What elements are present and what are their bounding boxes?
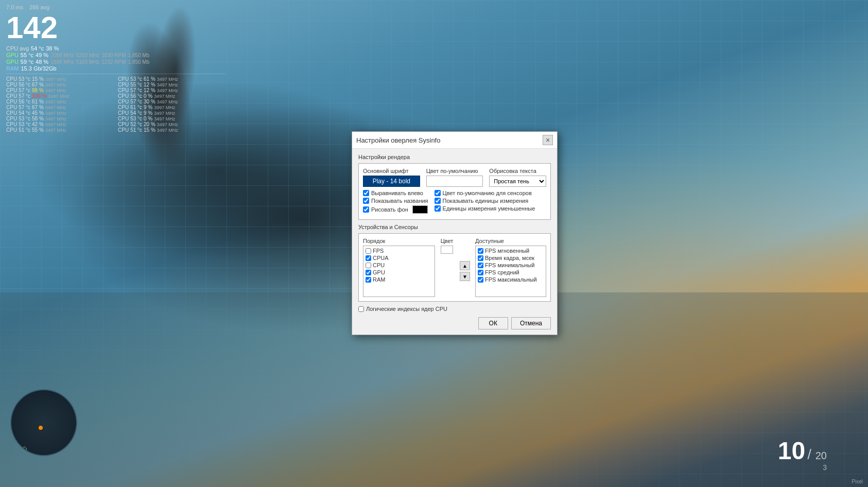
show-names-label: Показывать названия [371,198,428,204]
hud-core-6: CPU57 °c100 %3497 MHz [6,93,114,99]
bg-color-swatch[interactable] [412,205,428,214]
hud-core-15: CPU53 °c0 %3497 MHz [118,116,225,121]
devices-columns: Порядок FPS CPUA CPU [363,238,546,297]
dialog-buttons: ОК Отмена [358,316,551,329]
available-frame-time-checkbox[interactable] [478,255,483,261]
compass-icon: ◆ ◇ [14,444,27,453]
right-checkboxes: Цвет по-умолчанию для сенсоров Показыват… [435,190,535,215]
hud-core-12: CPU54 °c45 %3497 MHz [6,110,114,116]
order-cpu-checkbox[interactable] [366,263,371,268]
align-left-row: Выравнивать влево [363,190,428,196]
font-button[interactable]: Play - 14 bold [363,176,420,187]
hud-core-0: CPU53 °c15 %3497 MHz [6,76,114,82]
default-color-label: Цвет по-умолчанию [426,168,483,174]
ammo-current: 10 [778,439,805,463]
ammo-total: 20 [815,450,827,461]
draw-bg-label: Рисовать фон [371,206,408,213]
order-gpu-checkbox[interactable] [366,270,371,275]
order-item-cpua: CPUA [364,254,433,262]
arrow-down-button[interactable]: ▼ [460,272,470,281]
hud-overlay: 7.0 ms 266 avg 142 CPU avg 54 °c 38 % GP… [0,0,232,137]
order-section: Порядок FPS CPUA CPU [363,238,435,297]
order-item-cpu: CPU [364,262,433,269]
hud-gpu2-pct: 48 % [36,59,48,65]
order-cpua-label: CPUA [373,255,389,261]
hud-core-7: CPU56 °c0 %3497 MHz [118,93,225,99]
ok-button[interactable]: ОК [478,317,508,329]
available-fps-max-checkbox[interactable] [478,277,483,283]
cancel-button[interactable]: Отмена [511,317,551,329]
hud-core-4: CPU57 °c88 %3497 MHz [6,88,114,93]
order-gpu-label: GPU [373,269,385,275]
devices-section-box: Порядок FPS CPUA CPU [358,233,551,302]
hud-core-16: CPU53 °c42 %3497 MHz [6,121,114,127]
settings-dialog[interactable]: Настройки оверлея Sysinfo × Настройки ре… [352,131,558,335]
available-item-frame-time: Время кадра, мсек [477,254,545,262]
available-fps-avg-label: FPS средний [485,269,519,275]
order-cpu-label: CPU [373,262,385,268]
default-color-sensors-label: Цвет по-умолчанию для сенсоров [443,190,532,196]
available-fps-max-label: FPS максимальный [485,276,537,283]
draw-bg-checkbox[interactable] [363,206,369,213]
available-item-fps-instant: FPS мгновенный [477,247,545,254]
hud-gpu1-mhz1: 2088 MHz [50,53,74,58]
order-label: Порядок [363,238,435,244]
hud-gpu1-temp: 55 °c [21,52,33,58]
align-left-checkbox[interactable] [363,190,369,196]
default-color-sensors-checkbox[interactable] [435,190,441,196]
minimap: ◆ ◇ [10,389,77,456]
hud-gpu2-mb: 1,850 Mb [128,59,150,65]
available-fps-avg-checkbox[interactable] [478,270,483,275]
hud-core-10: CPU57 °c67 %3997 MHz [6,105,114,110]
available-item-fps-max: FPS максимальный [477,276,545,283]
logic-indices-label: Логические индексы ядер CPU [366,306,447,312]
hud-separator [6,74,225,74]
order-ram-checkbox[interactable] [366,277,371,283]
draw-bg-row: Рисовать фон [363,205,428,214]
clipping-select[interactable]: Простая тень Нет Контур Тень [489,176,546,187]
hud-gpu2-mhz2: 5103 MHz [76,59,100,65]
default-color-input[interactable] [426,176,483,187]
hud-ram-label: RAM [6,65,19,72]
show-units-row: Показывать единицы измерения [435,198,535,204]
small-units-row: Единицы измерения уменьшенные [435,205,535,212]
render-top-row: Основной шрифт Play - 14 bold Цвет по-ум… [363,168,546,187]
hud-gpu1-label: GPU [6,52,19,58]
available-fps-min-checkbox[interactable] [478,263,483,268]
available-fps-instant-checkbox[interactable] [478,248,483,254]
left-checkboxes: Выравнивать влево Показывать названия Ри… [363,190,428,215]
hud-cores-grid: CPU53 °c15 %3497 MHz CPU53 °c61 %3497 MH… [6,76,225,133]
hud-gpu2-row: GPU 59 °c 48 % 1898 MHz 5103 MHz 1232 RP… [6,59,225,65]
order-item-ram: RAM [364,276,433,283]
order-fps-checkbox[interactable] [366,248,371,254]
hud-core-3: CPU55 °c12 %3497 MHz [118,82,225,88]
available-fps-instant-label: FPS мгновенный [485,248,529,254]
hud-core-18: CPU51 °c55 %3497 MHz [6,127,114,133]
font-label: Основной шрифт [363,168,420,174]
dialog-titlebar: Настройки оверлея Sysinfo × [352,132,557,149]
order-cpua-checkbox[interactable] [366,255,371,261]
logic-indices-checkbox[interactable] [358,306,364,312]
hud-top-stats: 7.0 ms 266 avg [6,4,225,10]
minimap-player-dot [39,426,43,430]
small-units-checkbox[interactable] [435,205,441,212]
hud-gpu1-mb: 1,850 Mb [128,53,150,58]
hud-core-8: CPU56 °c61 %3497 MHz [6,99,114,105]
hud-cpu-pct: 38 % [46,45,59,51]
color-column: Цвет по-умолчанию [426,168,483,187]
align-left-label: Выравнивать влево [371,190,423,196]
show-names-checkbox[interactable] [363,198,369,204]
show-units-checkbox[interactable] [435,198,441,204]
hud-core-13: CPU54 °c9 %3497 MHz [118,110,225,116]
arrow-up-button[interactable]: ▲ [460,261,470,270]
hud-core-2: CPU56 °c67 %3497 MHz [6,82,114,88]
hud-ram-val: 15.3 Gb/32Gb [21,65,56,72]
hud-gpu1-pct: 49 % [36,52,48,58]
dialog-close-button[interactable]: × [543,135,553,145]
order-item-gpu: GPU [364,269,433,276]
hud-gpu2-mhz1: 1898 MHz [50,59,74,65]
color-swatch[interactable] [441,246,453,254]
default-color-sensors-row: Цвет по-умолчанию для сенсоров [435,190,535,196]
ammo-slash: / [807,446,811,462]
minimap-icons: ◆ ◇ [14,444,27,453]
